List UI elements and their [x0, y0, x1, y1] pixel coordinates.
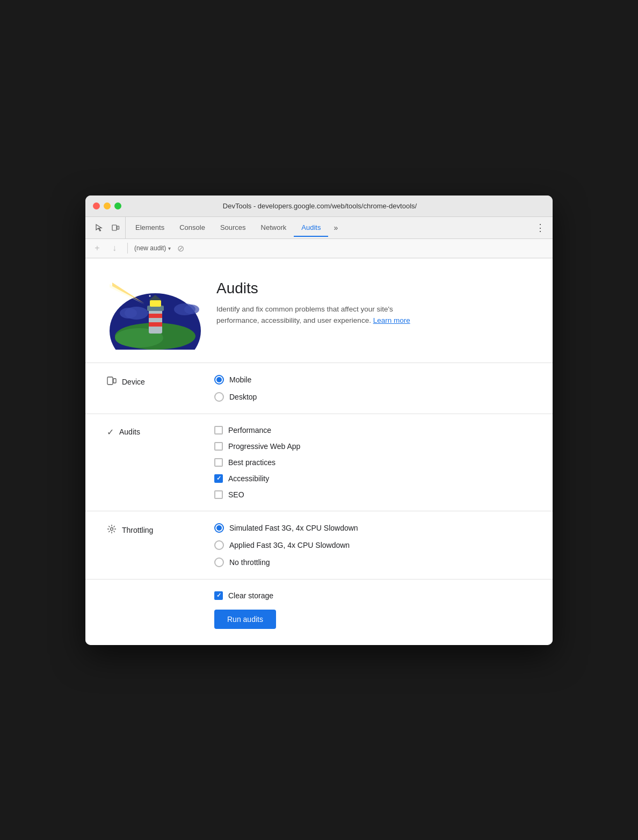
devtools-window: DevTools - developers.google.com/web/too…: [85, 195, 553, 645]
secondary-toolbar: + ↓ (new audit) ▾ ⊘: [85, 239, 553, 258]
svg-rect-18: [149, 322, 162, 327]
seo-checkbox[interactable]: SEO: [214, 490, 300, 499]
svg-rect-1: [117, 226, 119, 229]
performance-checkbox-box: [214, 426, 223, 435]
svg-point-12: [122, 301, 124, 302]
accessibility-label: Accessibility: [228, 474, 269, 483]
svg-rect-25: [113, 379, 116, 383]
learn-more-link[interactable]: Learn more: [373, 316, 410, 324]
gear-icon: [107, 524, 117, 537]
audit-name: (new audit): [134, 244, 166, 252]
main-content: Audits Identify and fix common problems …: [85, 258, 553, 645]
performance-checkbox[interactable]: Performance: [214, 426, 300, 435]
throttling-controls: Simulated Fast 3G, 4x CPU Slowdown Appli…: [214, 523, 358, 567]
device-icon: [107, 376, 117, 388]
svg-rect-16: [149, 309, 162, 334]
device-toolbar-button[interactable]: [108, 220, 123, 235]
clear-storage-checkbox-box: ✓: [214, 591, 223, 600]
applied-fast-3g-label: Applied Fast 3G, 4x CPU Slowdown: [229, 541, 350, 549]
checkmark-icon: ✓: [107, 427, 114, 437]
audits-title-section: Audits Identify and fix common problems …: [216, 274, 421, 327]
devtools-toolbar: Elements Console Sources Network Audits …: [85, 217, 553, 239]
download-button[interactable]: ↓: [108, 242, 121, 255]
svg-point-8: [171, 289, 172, 291]
mobile-radio[interactable]: Mobile: [214, 375, 257, 385]
audits-title: Audits: [216, 280, 421, 297]
bottom-section: ✓ Clear storage Run audits: [85, 580, 553, 645]
device-label: Device: [107, 375, 214, 388]
throttling-label: Throttling: [107, 523, 214, 537]
svg-point-13: [190, 301, 191, 302]
svg-rect-0: [112, 225, 117, 230]
best-practices-checkbox[interactable]: Best practices: [214, 458, 300, 467]
svg-marker-21: [112, 283, 144, 303]
mobile-label: Mobile: [229, 375, 251, 384]
desktop-radio[interactable]: Desktop: [214, 392, 257, 402]
svg-rect-17: [149, 314, 162, 318]
applied-fast-3g-indicator: [214, 540, 224, 550]
pwa-checkbox[interactable]: Progressive Web App: [214, 442, 300, 451]
tab-console[interactable]: Console: [172, 219, 213, 237]
dropdown-arrow-icon: ▾: [168, 245, 171, 251]
device-controls: Mobile Desktop: [214, 375, 257, 402]
accessibility-checkbox-box: ✓: [214, 474, 223, 483]
more-tabs-button[interactable]: »: [328, 219, 343, 236]
no-throttling-indicator: [214, 557, 224, 567]
pwa-checkbox-box: [214, 442, 223, 451]
clear-storage-label: Clear storage: [228, 591, 273, 600]
mobile-radio-indicator: [214, 375, 224, 385]
window-title: DevTools - developers.google.com/web/too…: [95, 202, 545, 210]
desktop-label: Desktop: [229, 393, 257, 401]
no-throttling-radio[interactable]: No throttling: [214, 557, 358, 567]
svg-point-6: [184, 305, 199, 314]
pwa-label: Progressive Web App: [228, 442, 300, 451]
simulated-fast-3g-indicator: [214, 523, 224, 533]
simulated-fast-3g-radio[interactable]: Simulated Fast 3G, 4x CPU Slowdown: [214, 523, 358, 533]
throttling-section: Throttling Simulated Fast 3G, 4x CPU Slo…: [85, 511, 553, 580]
stop-audit-button[interactable]: ⊘: [175, 243, 186, 254]
device-label-text: Device: [122, 378, 145, 386]
tab-sources[interactable]: Sources: [213, 219, 253, 237]
audits-controls: Performance Progressive Web App Best pra…: [214, 426, 300, 499]
tab-network[interactable]: Network: [253, 219, 294, 237]
best-practices-checkbox-box: [214, 458, 223, 467]
best-practices-label: Best practices: [228, 458, 276, 467]
simulated-fast-3g-label: Simulated Fast 3G, 4x CPU Slowdown: [229, 524, 358, 532]
audit-selector[interactable]: (new audit) ▾: [134, 244, 171, 252]
accessibility-check-icon: ✓: [216, 475, 221, 481]
mobile-radio-dot: [216, 377, 222, 382]
audits-description: Identify and fix common problems that af…: [216, 303, 421, 327]
tab-audits[interactable]: Audits: [294, 219, 328, 237]
audits-label: ✓ Audits: [107, 426, 214, 437]
performance-label: Performance: [228, 426, 271, 435]
title-bar: DevTools - developers.google.com/web/too…: [85, 195, 553, 217]
add-audit-button[interactable]: +: [91, 242, 104, 255]
audits-section: ✓ Audits Performance Progressive Web App…: [85, 414, 553, 511]
clear-storage-check-icon: ✓: [216, 592, 221, 598]
clear-storage-checkbox[interactable]: ✓ Clear storage: [214, 591, 531, 600]
toolbar-divider: [127, 243, 128, 254]
tab-elements[interactable]: Elements: [128, 219, 172, 237]
lighthouse-logo: [107, 274, 204, 350]
audits-label-text: Audits: [119, 428, 140, 436]
tabs-container: Elements Console Sources Network Audits …: [128, 219, 532, 236]
svg-point-11: [182, 296, 183, 298]
select-element-button[interactable]: [92, 220, 107, 235]
accessibility-checkbox[interactable]: ✓ Accessibility: [214, 474, 300, 483]
seo-label: SEO: [228, 490, 244, 499]
audits-header: Audits Identify and fix common problems …: [85, 258, 553, 363]
simulated-fast-3g-dot: [216, 525, 222, 531]
device-section: Device Mobile Desktop: [85, 363, 553, 414]
no-throttling-label: No throttling: [229, 558, 270, 567]
svg-point-26: [111, 527, 113, 530]
svg-point-7: [149, 295, 151, 296]
toolbar-icons: [90, 217, 126, 238]
run-audits-button[interactable]: Run audits: [214, 610, 276, 629]
menu-button[interactable]: ⋮: [532, 218, 548, 238]
throttling-label-text: Throttling: [122, 526, 153, 534]
applied-fast-3g-radio[interactable]: Applied Fast 3G, 4x CPU Slowdown: [214, 540, 358, 550]
seo-checkbox-box: [214, 490, 223, 499]
svg-rect-24: [107, 377, 113, 385]
svg-point-4: [120, 308, 137, 318]
desktop-radio-indicator: [214, 392, 224, 402]
